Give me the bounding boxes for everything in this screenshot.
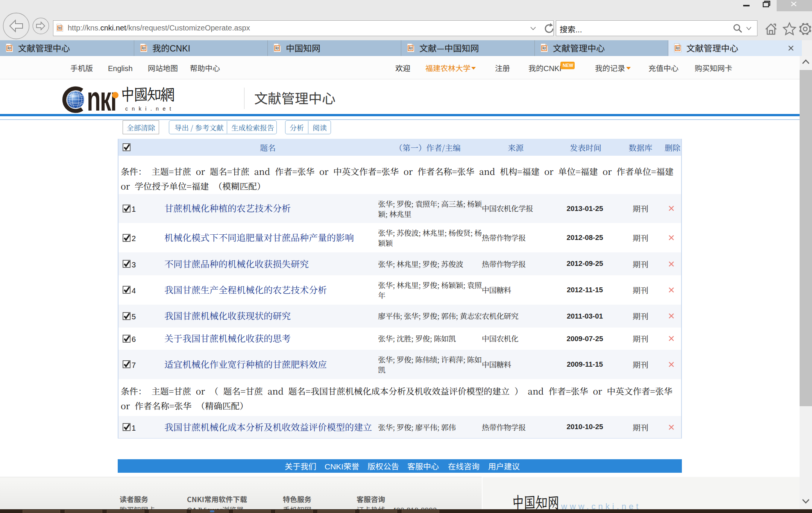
svg-text:nкı: nкı — [87, 83, 116, 114]
svg-text:cnki.net: cnki.net — [125, 106, 175, 112]
svg-text:知: 知 — [408, 45, 413, 51]
svg-text:知: 知 — [675, 45, 680, 51]
svg-text:知: 知 — [141, 45, 146, 51]
svg-text:知: 知 — [7, 45, 11, 51]
svg-text:知: 知 — [542, 45, 546, 51]
svg-text:知: 知 — [275, 45, 279, 51]
svg-text:中國知網: 中國知網 — [120, 83, 174, 105]
svg-text:知: 知 — [58, 26, 62, 30]
